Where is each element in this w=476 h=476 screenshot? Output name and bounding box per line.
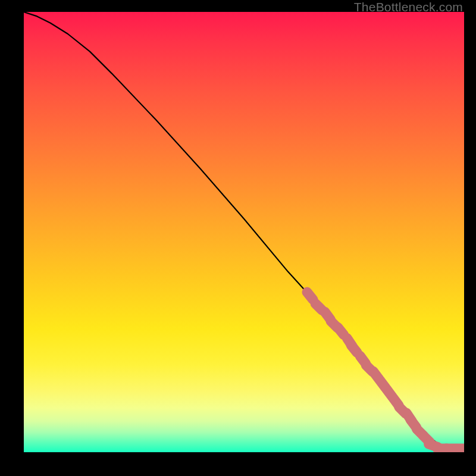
chart-markers [307,292,464,449]
chart-marker [338,327,344,335]
chart-curve [24,12,464,449]
chart-marker [351,345,357,353]
chart-marker [307,292,313,300]
chart-frame [24,12,464,452]
chart-overlay [24,12,464,452]
